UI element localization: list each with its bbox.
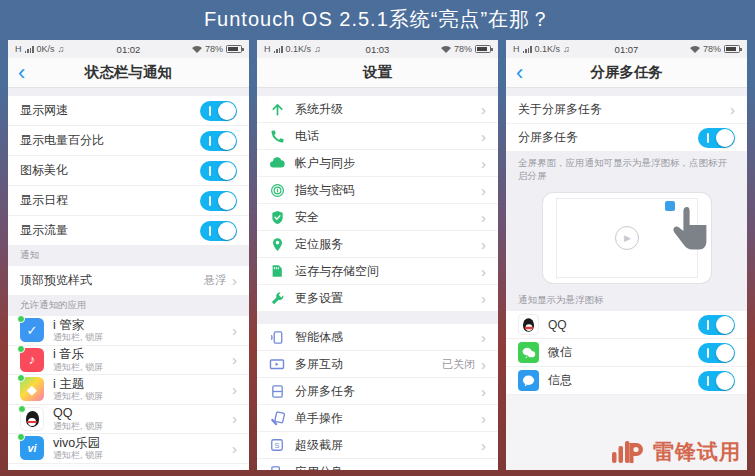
settings-row-security[interactable]: 安全 › (257, 204, 498, 231)
chevron-right-icon: › (232, 352, 237, 367)
row-label: 显示流量 (20, 222, 200, 239)
chevron-right-icon: › (481, 411, 486, 426)
row-label: 单手操作 (295, 410, 475, 427)
row-label: 图标美化 (20, 162, 200, 179)
row-label: 智能体感 (295, 329, 475, 346)
toggle-icon-beautify[interactable] (200, 161, 237, 181)
row-label: 关于分屏多任务 (518, 101, 728, 118)
back-button[interactable]: ‹ (18, 59, 25, 87)
settings-row-accounts-sync[interactable]: 帐户与同步 › (257, 150, 498, 177)
app-row-imusic[interactable]: ♪ i 音乐通知栏, 锁屏 › (8, 346, 249, 376)
storage-card-icon (269, 263, 285, 279)
screenshot-status-bar-notifications: H 0K/s ♫ 01:02 78% ‹ 状态栏与通知 显示网速 显示电量百分比 (8, 40, 249, 470)
settings-row-smart-motion[interactable]: 智能体感 › (257, 324, 498, 351)
row-label: 显示日程 (20, 192, 200, 209)
toggle-row-schedule: 显示日程 (8, 186, 249, 216)
chevron-right-icon: › (481, 237, 486, 252)
play-button-icon: ▶ (615, 226, 639, 250)
signal-bars-icon (25, 46, 34, 53)
green-badge-icon (17, 433, 25, 441)
row-top-preview-style[interactable]: 顶部预览样式 悬浮 › (8, 266, 249, 296)
battery-icon (724, 45, 740, 53)
status-bar: H 0K/s ♫ 01:02 78% (8, 40, 249, 58)
toggle-schedule[interactable] (200, 191, 237, 211)
smart-motion-icon (269, 329, 285, 345)
screenshot-settings: H 0.1K/s ♫ 01:03 78% 设置 系统升级 › 电话 › (257, 40, 498, 470)
row-label: 多屏互动 (295, 356, 442, 373)
nav-bar: ‹ 状态栏与通知 (8, 58, 249, 88)
toggle-battery-percent[interactable] (200, 131, 237, 151)
toggle-split-multitask[interactable] (698, 128, 735, 148)
row-label: QQ (548, 318, 698, 332)
app-row-vivo-park[interactable]: vi vivo乐园通知栏, 锁屏 › (8, 434, 249, 464)
network-type-label: H (513, 44, 520, 54)
multi-screen-icon (269, 356, 285, 372)
chevron-right-icon: › (481, 465, 486, 471)
settings-row-multi-screen[interactable]: 多屏互动 已关闭 › (257, 351, 498, 378)
settings-row-location[interactable]: 定位服务 › (257, 231, 498, 258)
signal-bars-icon (274, 46, 283, 53)
app-row-itheme[interactable]: ◆ i 主题通知栏, 锁屏 › (8, 375, 249, 405)
settings-row-app-clone[interactable]: 应用分身 › (257, 459, 498, 470)
illustration-phone: ▶ (543, 193, 711, 283)
music-note-icon: ♫ (314, 44, 321, 54)
divider (257, 312, 498, 324)
settings-row-ram-storage[interactable]: 运存与存储空间 › (257, 258, 498, 285)
toggle-network-speed[interactable] (200, 101, 237, 121)
music-note-icon: ♫ (58, 44, 65, 54)
chevron-right-icon: › (481, 330, 486, 345)
toggle-data-usage[interactable] (200, 221, 237, 241)
one-hand-icon (269, 410, 285, 426)
qq-penguin-icon (518, 314, 539, 335)
settings-row-system-upgrade[interactable]: 系统升级 › (257, 96, 498, 123)
app-row-qq[interactable]: QQ通知栏, 锁屏 › (8, 405, 249, 435)
row-label: 微信 (548, 344, 698, 361)
messages-icon (518, 370, 539, 391)
chevron-right-icon: › (232, 273, 237, 288)
toggle-qq[interactable] (698, 315, 735, 335)
imanager-shield-icon: ✓ (20, 318, 44, 342)
settings-row-phone[interactable]: 电话 › (257, 123, 498, 150)
chevron-right-icon: › (730, 102, 735, 117)
back-button[interactable]: ‹ (516, 59, 523, 87)
row-label: 更多设置 (295, 290, 479, 307)
settings-row-one-hand[interactable]: 单手操作 › (257, 405, 498, 432)
float-row-wechat: 微信 (506, 339, 747, 367)
toggle-row-split-multitask: 分屏多任务 (506, 124, 747, 152)
float-row-messages: 信息 (506, 367, 747, 395)
toggle-wechat[interactable] (698, 343, 735, 363)
float-row-qq: QQ (506, 311, 747, 339)
settings-row-more-settings[interactable]: 更多设置 › (257, 285, 498, 312)
shield-icon (269, 209, 285, 225)
screenshot-split-multitask: H 0.1K/s ♫ 01:07 78% ‹ 分屏多任务 关于分屏多任务 › 分… (506, 40, 747, 470)
pointing-hand-icon (673, 203, 707, 265)
row-value: 已关闭 (442, 357, 475, 372)
row-label: 分屏多任务 (518, 129, 698, 146)
section-header-floating-icons: 通知显示为悬浮图标 (506, 291, 747, 311)
app-sub: 通知栏, 锁屏 (53, 391, 230, 401)
divider (257, 88, 498, 96)
split-multitask-description: 全屏界面，应用通知可显示为悬浮图标，点图标开启分屏 (506, 152, 747, 189)
svg-text:S: S (275, 441, 280, 450)
settings-row-super-screenshot[interactable]: S 超级截屏 › (257, 432, 498, 459)
green-badge-icon (18, 405, 26, 413)
net-speed: 0.1K/s (535, 44, 561, 54)
app-row-imanager[interactable]: ✓ i 管家通知栏, 锁屏 › (8, 316, 249, 346)
chevron-right-icon: › (481, 156, 486, 171)
split-multitask-illustration: ▶ (506, 189, 747, 291)
wifi-icon (690, 45, 700, 53)
battery-percent: 78% (205, 44, 223, 54)
row-label: 显示电量百分比 (20, 132, 200, 149)
screenshots-strip: H 0K/s ♫ 01:02 78% ‹ 状态栏与通知 显示网速 显示电量百分比 (8, 40, 747, 470)
chevron-right-icon: › (481, 129, 486, 144)
status-bar: H 0.1K/s ♫ 01:07 78% (506, 40, 747, 58)
app-sub: 通知栏, 锁屏 (53, 362, 230, 372)
watermark: 雷锋试用 (610, 438, 741, 466)
chevron-right-icon: › (481, 357, 486, 372)
imusic-note-icon: ♪ (20, 348, 44, 372)
settings-row-fingerprint-password[interactable]: 指纹与密码 › (257, 177, 498, 204)
row-about-split-multitask[interactable]: 关于分屏多任务 › (506, 96, 747, 124)
divider (506, 88, 747, 96)
settings-row-split-screen[interactable]: 分屏多任务 › (257, 378, 498, 405)
toggle-messages[interactable] (698, 371, 735, 391)
